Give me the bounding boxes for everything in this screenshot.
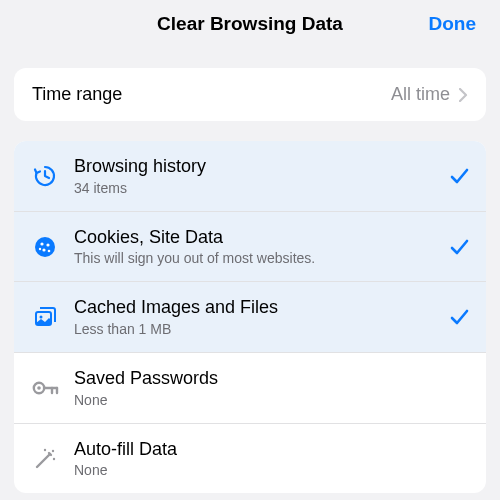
- history-icon: [32, 163, 64, 189]
- svg-point-11: [53, 457, 55, 459]
- row-subtitle: Less than 1 MB: [74, 320, 440, 338]
- row-title: Cookies, Site Data: [74, 226, 440, 249]
- svg-point-4: [48, 249, 51, 252]
- row-title: Saved Passwords: [74, 367, 440, 390]
- row-title: Auto-fill Data: [74, 438, 440, 461]
- checkmark-icon: [440, 236, 470, 258]
- wand-icon: [32, 446, 64, 472]
- svg-point-0: [35, 237, 55, 257]
- row-title: Cached Images and Files: [74, 296, 440, 319]
- time-range-section: Time range All time: [14, 68, 486, 121]
- checkmark-icon: [440, 306, 470, 328]
- row-subtitle: This will sign you out of most websites.: [74, 249, 440, 267]
- page-title: Clear Browsing Data: [157, 13, 343, 35]
- data-type-row-history[interactable]: Browsing history34 items: [14, 141, 486, 212]
- header: Clear Browsing Data Done: [0, 0, 500, 48]
- row-text: Saved PasswordsNone: [74, 367, 440, 409]
- data-types-section: Browsing history34 items Cookies, Site D…: [14, 141, 486, 493]
- image-stack-icon: [32, 304, 64, 330]
- data-type-row-key[interactable]: Saved PasswordsNone: [14, 353, 486, 424]
- row-text: Browsing history34 items: [74, 155, 440, 197]
- svg-point-5: [39, 247, 41, 249]
- svg-point-2: [46, 243, 49, 246]
- row-subtitle: None: [74, 391, 440, 409]
- data-type-row-image-stack[interactable]: Cached Images and FilesLess than 1 MB: [14, 282, 486, 353]
- time-range-value: All time: [391, 84, 450, 105]
- row-text: Auto-fill DataNone: [74, 438, 440, 480]
- time-range-label: Time range: [32, 84, 391, 105]
- svg-point-3: [42, 248, 45, 251]
- cookie-icon: [32, 234, 64, 260]
- row-subtitle: 34 items: [74, 179, 440, 197]
- done-button[interactable]: Done: [429, 13, 477, 35]
- svg-point-9: [37, 386, 41, 390]
- row-title: Browsing history: [74, 155, 440, 178]
- svg-point-10: [52, 449, 54, 451]
- key-icon: [32, 379, 64, 397]
- row-subtitle: None: [74, 461, 440, 479]
- row-text: Cached Images and FilesLess than 1 MB: [74, 296, 440, 338]
- data-type-row-wand[interactable]: Auto-fill DataNone: [14, 424, 486, 494]
- row-text: Cookies, Site DataThis will sign you out…: [74, 226, 440, 268]
- svg-point-1: [40, 242, 43, 245]
- svg-point-7: [40, 316, 43, 319]
- data-type-row-cookie[interactable]: Cookies, Site DataThis will sign you out…: [14, 212, 486, 283]
- svg-point-12: [44, 448, 46, 450]
- checkmark-icon: [440, 165, 470, 187]
- chevron-right-icon: [458, 87, 468, 103]
- time-range-row[interactable]: Time range All time: [14, 68, 486, 121]
